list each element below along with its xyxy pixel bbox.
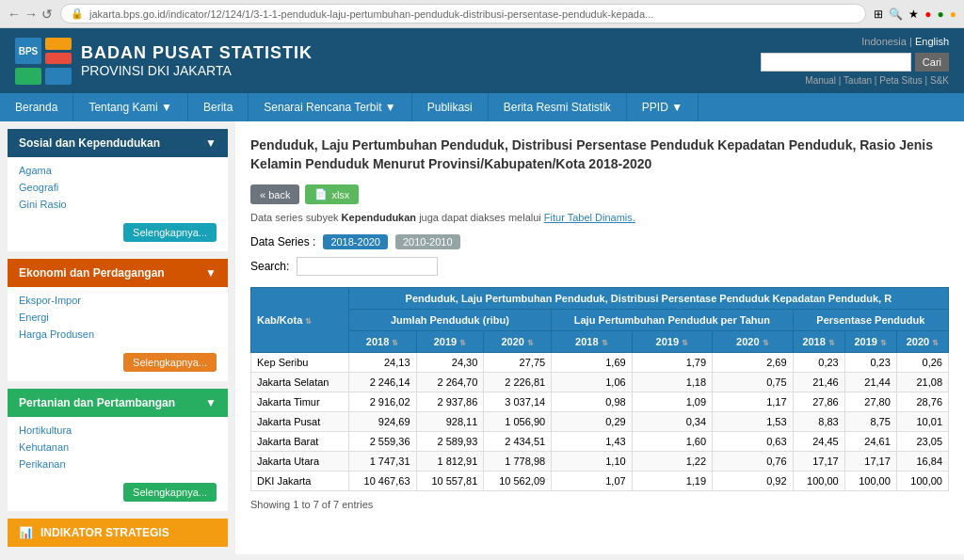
search-label: Search:: [250, 260, 289, 273]
info-text: Data series subyek Kependudukan juga dap…: [250, 212, 949, 223]
cell-kab: Jakarta Timur: [251, 392, 349, 412]
persentase-2019: 2019 ⇅: [844, 331, 896, 353]
svg-rect-1: [45, 38, 72, 50]
cell-persentase-1: 100,00: [844, 472, 896, 491]
cell-kab: Jakarta Pusat: [251, 412, 349, 432]
nav-tentang[interactable]: Tentang Kami ▼: [73, 93, 188, 121]
ext-icon-3: ●: [950, 8, 956, 21]
page-title: Penduduk, Laju Pertumbuhan Penduduk, Dis…: [250, 136, 949, 173]
cell-jumlah-2: 2 434,51: [484, 432, 552, 452]
xlsx-icon: 📄: [314, 188, 328, 200]
jumlah-2018: 2018 ⇅: [348, 331, 416, 353]
selengkapnya-btn-sosial[interactable]: Selengkapnya...: [123, 223, 217, 242]
browser-nav-icons: ← → ↺: [8, 7, 53, 22]
series-badge-2018[interactable]: 2018-2020: [323, 234, 388, 249]
sidebar-link-geografi[interactable]: Geografi: [19, 180, 217, 195]
sidebar-pertanian-label: Pertanian dan Pertambangan: [19, 396, 175, 409]
cell-jumlah-1: 1 812,91: [416, 452, 484, 472]
back-button[interactable]: « back: [250, 184, 299, 204]
sidebar-link-hortikultura[interactable]: Hortikultura: [19, 423, 217, 438]
sidebar-section-sosial: Sosial dan Kependudukan ▼ Agama Geografi…: [8, 129, 228, 251]
search-icon[interactable]: 🔍: [889, 8, 903, 21]
cell-persentase-1: 21,44: [844, 373, 896, 392]
cell-jumlah-2: 3 037,14: [484, 392, 552, 412]
lock-icon: 🔒: [71, 8, 84, 20]
indikator-label: INDIKATOR STRATEGIS: [40, 526, 169, 539]
sidebar-link-energi[interactable]: Energi: [19, 310, 217, 325]
info-link[interactable]: Fitur Tabel Dinamis.: [544, 212, 635, 223]
laju-2019: 2019 ⇅: [632, 331, 712, 353]
jumlah-2020: 2020 ⇅: [484, 331, 552, 353]
sidebar-link-gini[interactable]: Gini Rasio: [19, 197, 217, 212]
selengkapnya-btn-pertanian[interactable]: Selengkapnya...: [123, 483, 217, 502]
reload-icon[interactable]: ↺: [41, 7, 53, 22]
cell-laju-2: 0,75: [713, 373, 793, 392]
nav-publikasi[interactable]: Publikasi: [412, 93, 489, 121]
search-button[interactable]: Cari: [915, 53, 949, 72]
cell-persentase-0: 24,45: [793, 432, 844, 452]
cell-persentase-0: 8,83: [793, 412, 844, 432]
sidebar-link-kehutanan[interactable]: Kehutanan: [19, 440, 217, 455]
xlsx-button[interactable]: 📄 xlsx: [305, 184, 359, 204]
cell-laju-1: 1,79: [632, 353, 712, 373]
cell-persentase-1: 0,23: [844, 353, 896, 373]
jumlah-2019: 2019 ⇅: [416, 331, 484, 353]
content-area: Penduduk, Laju Pertumbuhan Penduduk, Dis…: [235, 121, 964, 554]
sidebar-link-harga[interactable]: Harga Produsen: [19, 327, 217, 342]
data-series-label: Data Series :: [250, 235, 315, 248]
persentase-2020: 2020 ⇅: [896, 331, 948, 353]
sidebar-link-perikanan[interactable]: Perikanan: [19, 456, 217, 472]
cell-persentase-1: 8,75: [844, 412, 896, 432]
nav-berita[interactable]: Berita: [188, 93, 249, 121]
sidebar-link-agama[interactable]: Agama: [19, 163, 217, 178]
series-badge-2010[interactable]: 2010-2010: [395, 234, 460, 249]
cell-laju-0: 0,98: [552, 392, 632, 412]
cell-persentase-1: 24,61: [844, 432, 896, 452]
nav-berita-resmi[interactable]: Berita Resmi Statistik: [489, 93, 627, 121]
cell-jumlah-2: 1 778,98: [484, 452, 552, 472]
cell-jumlah-2: 2 226,81: [484, 373, 552, 392]
info-text-after: juga dapat diakses melalui: [419, 212, 544, 223]
sidebar-ekonomi-label: Ekonomi dan Perdagangan: [19, 266, 165, 280]
cell-laju-1: 0,34: [632, 412, 712, 432]
forward-icon[interactable]: →: [24, 7, 38, 22]
cell-persentase-2: 21,08: [896, 373, 948, 392]
table-search-input[interactable]: [297, 257, 438, 276]
cell-jumlah-0: 24,13: [348, 353, 416, 373]
indikator-banner[interactable]: 📊 INDIKATOR STRATEGIS: [8, 519, 228, 547]
sidebar-header-ekonomi[interactable]: Ekonomi dan Perdagangan ▼: [8, 259, 228, 287]
cell-persentase-2: 10,01: [896, 412, 948, 432]
grid-icon[interactable]: ⊞: [874, 8, 883, 21]
data-series-row: Data Series : 2018-2020 2010-2010: [250, 234, 949, 249]
sidebar-header-pertanian[interactable]: Pertanian dan Pertambangan ▼: [8, 389, 228, 417]
lang-indonesia[interactable]: Indonesia: [861, 36, 907, 47]
star-icon[interactable]: ★: [908, 8, 919, 21]
laju-2020: 2020 ⇅: [713, 331, 793, 353]
search-input[interactable]: [761, 53, 911, 72]
sidebar-header-sosial[interactable]: Sosial dan Kependudukan ▼: [8, 129, 228, 157]
sidebar-links-ekonomi: Ekspor-Impor Energi Harga Produsen: [8, 287, 228, 347]
cell-kab: Kep Seribu: [251, 353, 349, 373]
sidebar-link-ekspor[interactable]: Ekspor-Impor: [19, 293, 217, 308]
nav-ppid[interactable]: PPID ▼: [627, 93, 699, 121]
cell-laju-2: 0,76: [713, 452, 793, 472]
nav-senarai[interactable]: Senarai Rencana Terbit ▼: [249, 93, 411, 121]
nav-beranda[interactable]: Beranda: [0, 93, 73, 121]
cell-laju-1: 1,22: [632, 452, 712, 472]
cell-jumlah-1: 2 264,70: [416, 373, 484, 392]
cell-jumlah-1: 928,11: [416, 412, 484, 432]
cell-persentase-0: 0,23: [793, 353, 844, 373]
sidebar-links-sosial: Agama Geografi Gini Rasio: [8, 157, 228, 217]
table-row: DKI Jakarta10 467,6310 557,8110 562,091,…: [251, 472, 949, 491]
cell-kab: Jakarta Selatan: [251, 373, 349, 392]
cell-laju-1: 1,19: [632, 472, 712, 491]
sidebar-section-pertanian: Pertanian dan Pertambangan ▼ Hortikultur…: [8, 389, 228, 511]
cell-jumlah-0: 10 467,63: [348, 472, 416, 491]
cell-persentase-0: 27,86: [793, 392, 844, 412]
cell-laju-2: 1,53: [713, 412, 793, 432]
search-row: Search:: [250, 257, 949, 276]
selengkapnya-btn-ekonomi[interactable]: Selengkapnya...: [123, 353, 217, 372]
address-bar[interactable]: 🔒 jakarta.bps.go.id/indicator/12/124/1/3…: [60, 4, 866, 24]
lang-english[interactable]: English: [915, 36, 949, 47]
back-icon[interactable]: ←: [8, 7, 21, 22]
